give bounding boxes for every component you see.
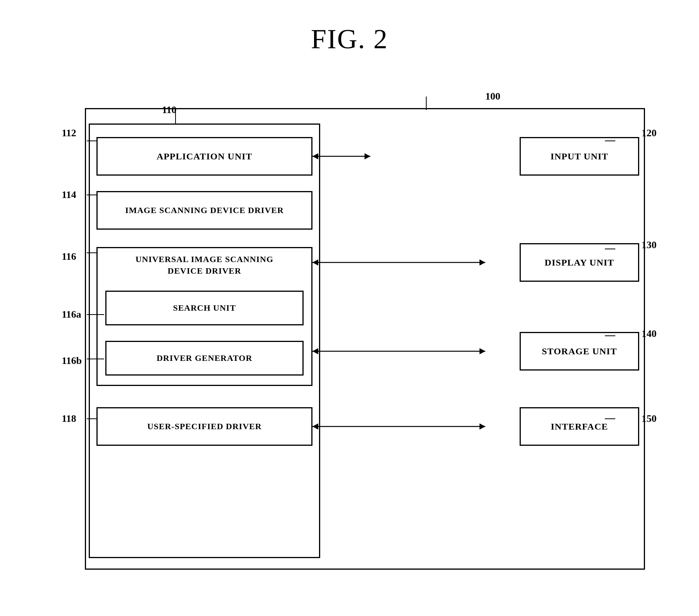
driver-generator-label: DRIVER GENERATOR: [157, 353, 252, 363]
label-100: 100: [485, 91, 500, 102]
label-140: 140: [642, 328, 657, 340]
storage-unit-box: STORAGE UNIT: [520, 332, 639, 371]
interface-box: INTERFACE: [520, 407, 639, 446]
search-unit-label: SEARCH UNIT: [173, 303, 236, 313]
input-unit-box: INPUT UNIT: [520, 137, 639, 176]
label-116b: 116b: [62, 355, 82, 367]
display-unit-box: DISPLAY UNIT: [520, 243, 639, 282]
storage-unit-label: STORAGE UNIT: [542, 346, 617, 357]
driver-generator-box: DRIVER GENERATOR: [105, 341, 304, 376]
label-130: 130: [642, 239, 657, 251]
user-specified-box: USER-SPECIFIED DRIVER: [96, 407, 312, 446]
label-114: 114: [62, 189, 76, 201]
label-118: 118: [62, 413, 76, 425]
universal-outer-box: UNIVERSAL IMAGE SCANNING DEVICE DRIVER S…: [96, 247, 312, 386]
image-scanning-label: IMAGE SCANNING DEVICE DRIVER: [125, 205, 284, 215]
input-unit-label: INPUT UNIT: [550, 151, 608, 162]
label-120: 120: [642, 127, 657, 139]
label-150: 150: [642, 413, 657, 425]
label-116: 116: [62, 251, 76, 262]
application-unit-label: APPLICATION UNIT: [157, 151, 252, 162]
label-116a: 116a: [62, 309, 81, 320]
image-scanning-box: IMAGE SCANNING DEVICE DRIVER: [96, 191, 312, 230]
display-unit-label: DISPLAY UNIT: [545, 257, 614, 268]
universal-label: UNIVERSAL IMAGE SCANNING DEVICE DRIVER: [98, 248, 311, 276]
search-unit-box: SEARCH UNIT: [105, 291, 304, 325]
label-110: 110: [162, 104, 177, 116]
application-unit-box: APPLICATION UNIT: [96, 137, 312, 176]
page-title: FIG. 2: [0, 0, 699, 71]
interface-label: INTERFACE: [551, 421, 608, 432]
label-112: 112: [62, 127, 76, 139]
user-specified-label: USER-SPECIFIED DRIVER: [147, 421, 262, 432]
